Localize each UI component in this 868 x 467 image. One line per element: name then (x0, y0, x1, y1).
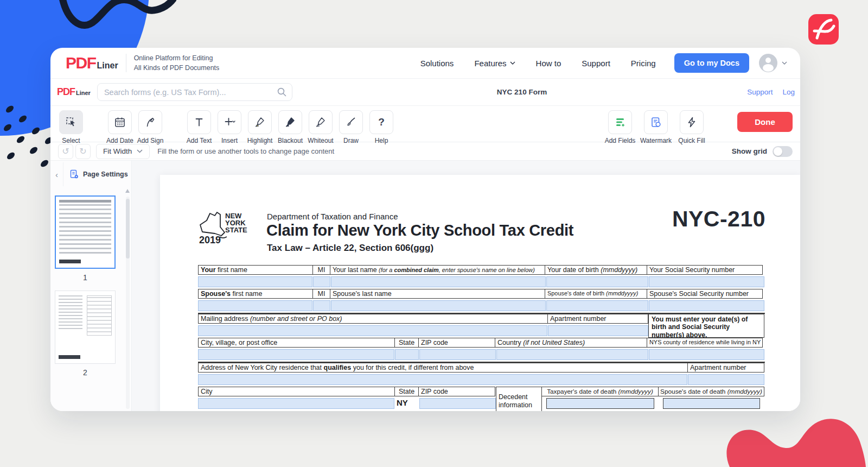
form-field-mailing-address[interactable] (198, 325, 547, 336)
spouse-death-column: Spouse's date of death (mmddyyyy) (659, 387, 764, 411)
highlight-marker-icon (253, 116, 266, 129)
doc-links: Support Log (747, 88, 795, 96)
account-chevron-icon[interactable] (782, 61, 787, 65)
form-field-your-ssn[interactable] (649, 276, 764, 287)
nav-solutions[interactable]: Solutions (420, 59, 454, 68)
support-link[interactable]: Support (747, 88, 773, 96)
page-settings-bar: ‹ Page Settings (50, 161, 131, 188)
nav-features[interactable]: Features (474, 59, 515, 68)
tool-whiteout[interactable]: Whiteout (308, 110, 334, 144)
logout-link[interactable]: Log (782, 88, 795, 96)
search-icon[interactable] (277, 87, 287, 97)
page-thumbnail-2[interactable] (55, 291, 116, 364)
form-field-spouse-ssn[interactable] (649, 300, 764, 311)
form-field-zip-2[interactable] (419, 398, 496, 409)
table-row: Address of New York City residence that … (198, 363, 765, 373)
form-field-city-2[interactable] (198, 398, 394, 409)
document-toolbar: PDFLiner NYC 210 Form Support Log (50, 79, 800, 106)
form-field-city-village[interactable] (198, 349, 394, 360)
page-thumbnails: 1 2 (50, 188, 131, 377)
table-row (198, 373, 765, 387)
field-label-city-village: City, village, or post office (198, 338, 395, 348)
redo-icon: ↻ (79, 146, 86, 156)
form-field-your-mi[interactable] (313, 276, 330, 287)
form-subtitle: Tax Law – Article 22, Section 606(ggg) (267, 243, 433, 254)
page-settings-button[interactable]: Page Settings (63, 169, 128, 180)
select-icon (65, 116, 78, 129)
tool-highlight[interactable]: Highlight (247, 110, 273, 144)
form-field-taxpayer-death[interactable] (546, 398, 654, 409)
signature-pen-icon (144, 116, 157, 129)
document-title: NYC 210 Form (497, 88, 547, 96)
nav-pricing[interactable]: Pricing (631, 59, 656, 68)
scroll-up-icon[interactable] (125, 189, 130, 193)
tool-help[interactable]: ? Help (368, 110, 394, 144)
thumbs-scrollbar-thumb[interactable] (126, 199, 130, 258)
page-thumbnail-1[interactable] (55, 195, 116, 269)
form-field-nyc-residence[interactable] (198, 374, 687, 385)
form-field-spouse-mi[interactable] (313, 300, 330, 311)
avatar[interactable] (759, 54, 777, 72)
ink-squiggle-decoration (52, 0, 176, 40)
nav-support[interactable]: Support (582, 59, 610, 68)
field-label-spouse-last-name: Spouse's last name (330, 289, 545, 299)
field-label-your-first-name: Your first name (198, 265, 313, 275)
tool-watermark[interactable]: Watermark (639, 110, 673, 144)
field-label-your-last-name: Your last name (for a combined claim, en… (330, 265, 545, 275)
search-box (97, 83, 292, 101)
nav-how-to[interactable]: How to (536, 59, 561, 68)
tool-select[interactable]: Select (58, 110, 84, 144)
form-table: Your first name MI Your last name (for a… (198, 265, 765, 411)
paintbrush-icon (344, 116, 358, 129)
main-nav: Solutions Features How to Support Pricin… (420, 59, 656, 68)
form-field-your-dob[interactable] (546, 276, 648, 287)
form-code: NYC-210 (672, 206, 765, 232)
form-field-spouse-death[interactable] (663, 398, 760, 409)
tool-insert[interactable]: Insert (216, 110, 242, 144)
pdfliner-app-icon[interactable] (808, 14, 839, 45)
go-to-docs-button[interactable]: Go to my Docs (674, 53, 749, 73)
zoom-mode-select[interactable]: Fit Width (96, 144, 150, 159)
mini-brand-logo[interactable]: PDFLiner (57, 86, 91, 98)
calendar-icon (113, 116, 126, 129)
form-field-apartment-number-2[interactable] (688, 374, 764, 385)
desktop-background: PDFLiner Online Platform for Editing All… (0, 0, 868, 467)
decedent-information-label: Decedent information (496, 387, 542, 411)
table-row (198, 299, 765, 313)
tool-blackout[interactable]: Blackout (277, 110, 303, 144)
form-field-spouse-last-name[interactable] (331, 300, 546, 311)
form-field-state[interactable] (395, 349, 419, 360)
tool-add-fields[interactable]: Add Fields (603, 110, 637, 144)
table-row: Your first name MI Your last name (for a… (198, 265, 765, 275)
form-field-country[interactable] (496, 349, 648, 360)
search-input[interactable] (97, 83, 292, 101)
form-field-apartment-number[interactable] (548, 325, 648, 336)
tool-add-text[interactable]: Add Text (186, 110, 212, 144)
field-label-spouse-dob: Spouse's date of birth (mmddyyyy) (545, 289, 647, 299)
form-field-zip[interactable] (419, 349, 496, 360)
form-field-spouse-dob[interactable] (546, 300, 648, 311)
tool-quick-fill[interactable]: Quick Fill (674, 110, 709, 144)
form-field-nys-county[interactable] (649, 349, 764, 360)
field-label-zip: ZIP code (418, 338, 495, 348)
tool-add-sign[interactable]: Add Sign (137, 110, 163, 144)
form-field-your-first-name[interactable] (198, 276, 312, 287)
tool-add-date[interactable]: Add Date (107, 110, 133, 144)
form-field-your-last-name[interactable] (331, 276, 546, 287)
pdfliner-app-window: PDFLiner Online Platform for Editing All… (50, 48, 800, 411)
field-label-state: State (394, 338, 419, 348)
done-button[interactable]: Done (737, 112, 793, 132)
tool-draw[interactable]: Draw (338, 110, 364, 144)
brand-logo[interactable]: PDFLiner (66, 54, 118, 72)
table-row: City State ZIP code NY (198, 387, 765, 411)
undo-button[interactable]: ↺ (58, 144, 73, 159)
table-row (198, 348, 765, 362)
form-department: Department of Taxation and Finance (267, 212, 398, 221)
form-field-spouse-first-name[interactable] (198, 300, 312, 311)
toolbar-right-group: Add Fields Watermark Quick Fill Done (603, 110, 793, 144)
field-label-your-ssn: Your Social Security number (647, 265, 763, 275)
collapse-sidebar-button[interactable]: ‹ (50, 162, 63, 186)
show-grid-toggle[interactable] (773, 146, 793, 157)
field-label-nys-county: NYS county of residence while living in … (647, 338, 763, 348)
redo-button[interactable]: ↻ (75, 144, 91, 159)
